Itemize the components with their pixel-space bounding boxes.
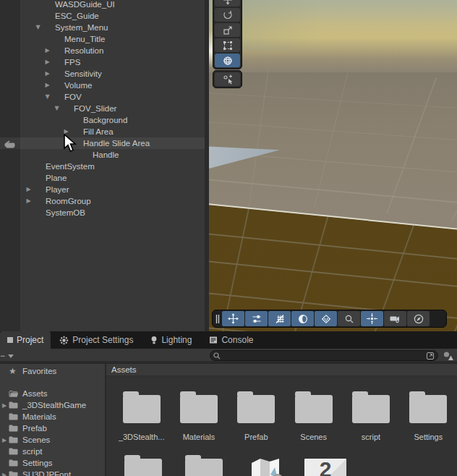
folder-icon (9, 401, 20, 409)
hierarchy-item[interactable]: Handle (20, 149, 205, 161)
tool-button[interactable] (215, 38, 240, 52)
view-toolbar-button[interactable] (268, 311, 291, 326)
assets-root-label: Assets (22, 389, 48, 398)
folder-tree-item[interactable]: ▶ Scenes (0, 434, 105, 446)
gameobject-cube-icon (33, 208, 43, 217)
folder-tree-item[interactable]: script (0, 446, 105, 457)
hierarchy-item[interactable]: ▼ FOV (20, 91, 205, 103)
create-asset-button[interactable]: − (0, 350, 14, 361)
panel-tab[interactable]: Console (200, 331, 262, 349)
expand-arrow-icon[interactable]: ▶ (43, 45, 52, 56)
hierarchy-item[interactable]: Background (20, 114, 205, 126)
tab-label: Project Settings (72, 335, 133, 345)
folder-icon (9, 459, 20, 467)
hierarchy-item[interactable]: ▶ Resolution (20, 45, 205, 56)
hierarchy-item[interactable]: Menu_Title (20, 33, 205, 45)
view-toolbar-button[interactable] (222, 311, 244, 326)
panel-tab[interactable]: Lighting (142, 331, 200, 349)
folder-tree-item[interactable]: ▶ _3DStealthGame (0, 399, 105, 411)
move-tool-icon (223, 0, 233, 5)
view-toolbar-button[interactable] (361, 311, 383, 326)
tool-button[interactable] (215, 0, 240, 7)
view-toolbar-button[interactable] (338, 311, 360, 326)
view-toolbar-button[interactable] (291, 311, 314, 326)
expand-arrow-icon[interactable]: ▼ (43, 91, 52, 103)
asset-item[interactable]: _3DStealth... (113, 388, 170, 441)
view-toolbar-button[interactable] (245, 311, 268, 326)
gear-icon (59, 336, 69, 345)
hierarchy-item[interactable]: ▼ System_Menu (20, 22, 205, 33)
assets-root-item[interactable]: Assets (0, 388, 105, 399)
panel-tab[interactable]: Project (0, 331, 51, 349)
hierarchy-item-label: Sensitivity (64, 68, 102, 80)
hierarchy-item[interactable]: ▼ FOV_Slider (20, 103, 205, 114)
folder-tree-item[interactable]: Settings (0, 457, 105, 469)
view-toolbar-button[interactable] (214, 311, 221, 326)
asset-search-field[interactable] (210, 350, 438, 361)
hierarchy-item[interactable]: ▶ Fill Area (20, 126, 205, 137)
expand-arrow-icon[interactable]: ▶ (24, 184, 33, 195)
type-filter-icon[interactable] (442, 350, 455, 361)
expand-arrow-icon[interactable]: ▼ (52, 103, 61, 114)
gameobject-cube-icon (52, 46, 62, 55)
favorites-label: Favorites (22, 367, 56, 375)
console-icon (209, 336, 218, 344)
asset-item[interactable]: Prefab (228, 388, 285, 441)
view-toolbar-button[interactable] (384, 311, 406, 326)
panel-tab[interactable]: Project Settings (51, 331, 142, 349)
asset-item[interactable]: Scenes (285, 388, 342, 441)
asset-item[interactable] (174, 451, 234, 476)
expand-arrow-icon[interactable]: ▶ (0, 402, 9, 409)
breadcrumb: Assets (106, 364, 457, 376)
asset-item[interactable]: script (342, 388, 399, 441)
expand-arrow-icon[interactable]: ▶ (0, 437, 9, 443)
expand-arrow-icon[interactable]: ▶ (24, 195, 33, 207)
scene-tools-overlay (213, 0, 242, 69)
asset-item[interactable] (234, 451, 295, 476)
grid-visibility-icon (275, 314, 285, 324)
favorites-header[interactable]: ★ Favorites (0, 365, 105, 377)
hierarchy-item[interactable]: Plane (20, 172, 205, 184)
folder-tree-item[interactable]: Materials (0, 411, 105, 422)
expand-arrow-icon[interactable]: ▶ (43, 80, 52, 91)
gameobject-cube-icon (71, 116, 81, 124)
hierarchy-item[interactable]: ▶ Sensitivity (20, 68, 205, 80)
expand-arrow-icon[interactable]: ▼ (33, 22, 43, 33)
view-toolbar-button[interactable] (315, 311, 337, 326)
folder-icon (9, 448, 20, 455)
pickability-hand-icon[interactable] (3, 139, 16, 148)
tool-button[interactable] (215, 8, 240, 22)
hierarchy-item[interactable]: SystemOB (20, 207, 205, 218)
hierarchy-item[interactable]: ▶ FPS (20, 56, 205, 68)
view-toolbar-button[interactable] (407, 311, 430, 326)
hierarchy-item[interactable]: ▶ Player (20, 184, 205, 195)
scene-view[interactable] (209, 0, 457, 331)
asset-item[interactable]: Settings (400, 388, 457, 441)
scene-view-toolbar (212, 310, 447, 328)
folder-tree-item[interactable]: ▶ SU3DJPFont (0, 469, 105, 476)
tool-button[interactable] (215, 23, 240, 37)
gameobject-cube-icon (33, 174, 43, 182)
hierarchy-item[interactable]: ▼ Handle Slide Area (20, 137, 205, 149)
folder-tree-item[interactable]: Prefab (0, 422, 105, 434)
hierarchy-item[interactable]: ESC_Guide (20, 10, 205, 22)
project-toolbar: − (0, 349, 457, 362)
window-icon (7, 337, 13, 343)
hierarchy-item-label: Resolution (64, 45, 103, 56)
open-search-window-icon[interactable] (426, 352, 435, 360)
hierarchy-item[interactable]: ▶ Volume (20, 80, 205, 91)
asset-grid-pane: Assets _3DStealth... Materials Prefab (106, 364, 457, 476)
folder-icon (9, 413, 20, 420)
expand-arrow-icon[interactable]: ▶ (0, 472, 9, 476)
asset-item[interactable]: Materials (170, 388, 227, 441)
tool-button[interactable] (215, 54, 240, 67)
hierarchy-item[interactable]: WASDGuide_UI (20, 0, 205, 10)
expand-arrow-icon[interactable]: ▶ (43, 68, 52, 80)
asset-item[interactable]: 2 (295, 451, 356, 476)
tool-button[interactable] (215, 72, 240, 86)
hierarchy-item[interactable]: ▶ RoomGroup (20, 195, 205, 207)
asset-item[interactable] (113, 451, 174, 476)
expand-arrow-icon[interactable]: ▶ (43, 56, 52, 68)
hierarchy-item[interactable]: EventSystem (20, 161, 205, 172)
search-input[interactable] (223, 351, 426, 360)
